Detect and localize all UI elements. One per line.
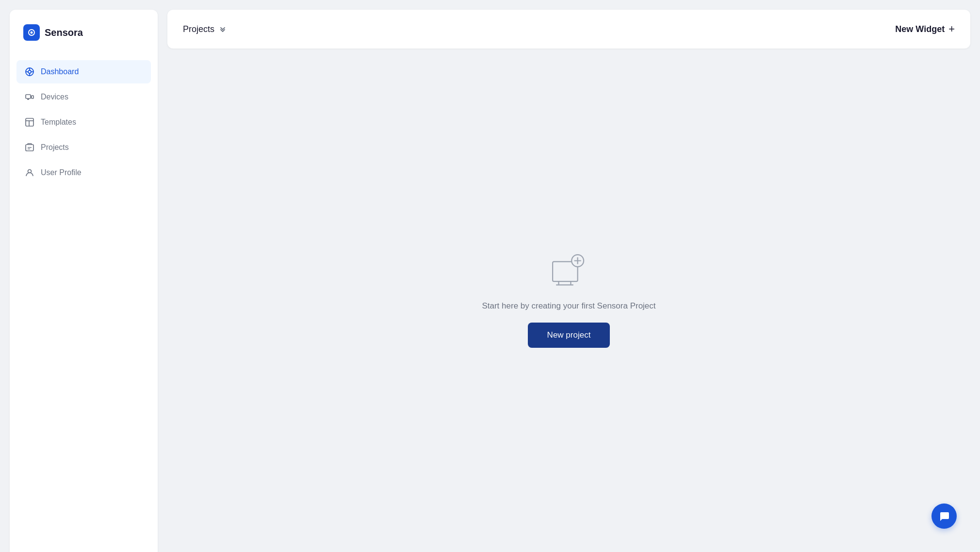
sidebar-item-label-projects: Projects <box>41 143 69 152</box>
sidebar-item-user-profile[interactable]: User Profile <box>16 161 151 184</box>
sidebar-item-projects[interactable]: Projects <box>16 136 151 159</box>
new-widget-plus-icon: + <box>948 23 955 35</box>
svg-rect-12 <box>26 118 33 126</box>
templates-icon <box>24 117 35 128</box>
sidebar-item-devices[interactable]: Devices <box>16 85 151 109</box>
content-area: Start here by creating your first Sensor… <box>167 56 970 542</box>
header-left: Projects <box>183 24 227 34</box>
empty-state: Start here by creating your first Sensor… <box>482 251 655 348</box>
logo-icon <box>23 24 40 41</box>
empty-state-icon <box>549 251 588 290</box>
sidebar-item-dashboard[interactable]: Dashboard <box>16 60 151 83</box>
svg-point-3 <box>28 70 31 73</box>
sidebar: Sensora Dashboard <box>10 10 158 552</box>
user-profile-icon <box>24 167 35 178</box>
sidebar-item-label-devices: Devices <box>41 93 68 101</box>
main-wrapper: Projects New Widget + <box>167 0 980 552</box>
devices-icon <box>24 92 35 102</box>
svg-rect-9 <box>32 96 33 98</box>
sidebar-item-label-dashboard: Dashboard <box>41 67 79 76</box>
projects-chevron-icon[interactable] <box>218 25 227 33</box>
sidebar-item-templates[interactable]: Templates <box>16 111 151 134</box>
projects-selector-label[interactable]: Projects <box>183 24 214 34</box>
new-widget-label: New Widget <box>895 24 945 34</box>
header: Projects New Widget + <box>167 10 970 49</box>
svg-point-1 <box>31 32 33 34</box>
dashboard-icon <box>24 66 35 77</box>
app-name: Sensora <box>45 27 83 38</box>
chat-button[interactable] <box>931 503 957 529</box>
projects-icon <box>24 142 35 153</box>
new-project-button[interactable]: New project <box>528 323 610 348</box>
nav-list: Dashboard Devices <box>10 60 158 184</box>
svg-rect-8 <box>26 95 31 98</box>
logo-area: Sensora <box>10 24 158 60</box>
sidebar-item-label-templates: Templates <box>41 118 76 127</box>
new-widget-button[interactable]: New Widget + <box>895 23 955 35</box>
sidebar-item-label-user-profile: User Profile <box>41 168 82 177</box>
empty-state-text: Start here by creating your first Sensor… <box>482 301 655 311</box>
